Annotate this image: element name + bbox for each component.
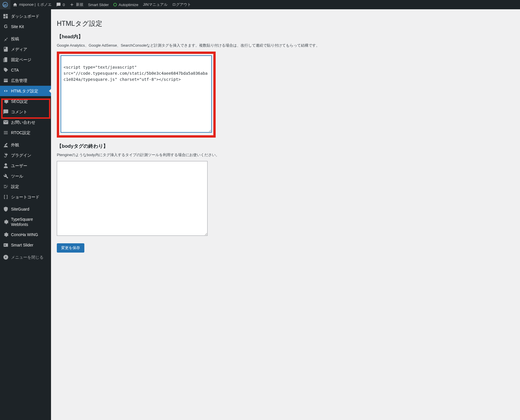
sidebar-item-list[interactable]: RTOC設定 bbox=[0, 127, 51, 138]
sidebar-item-brush[interactable]: 外観 bbox=[0, 140, 51, 150]
sidebar-item-label: 投稿 bbox=[11, 36, 49, 41]
body-textarea[interactable] bbox=[57, 161, 208, 236]
user-icon bbox=[3, 163, 9, 169]
plug-icon bbox=[3, 152, 9, 158]
sidebar-item-shield[interactable]: SiteGuard bbox=[0, 204, 51, 214]
list-icon bbox=[3, 130, 9, 136]
sidebar-item-brackets[interactable]: ショートコード bbox=[0, 192, 51, 202]
home-icon bbox=[13, 2, 17, 7]
sidebar-item-label: HTMLタグ設定 bbox=[11, 88, 49, 94]
sidebar-item-card[interactable]: 広告管理 bbox=[0, 75, 51, 86]
sidebar-item-label: ユーザー bbox=[11, 163, 49, 168]
sidebar-item-gear[interactable]: ConoHa WING bbox=[0, 229, 51, 240]
sidebar-item-label: CTA bbox=[11, 67, 49, 73]
dashboard-icon bbox=[3, 13, 9, 19]
gear-icon bbox=[3, 232, 9, 238]
sidebar-item-pages[interactable]: 固定ページ bbox=[0, 54, 51, 65]
sidebar-item-label: RTOC設定 bbox=[11, 130, 49, 135]
site-name: miponoe | ミポノエ bbox=[19, 2, 52, 7]
comment-icon bbox=[3, 109, 9, 115]
sidebar-item-label: ダッシュボード bbox=[11, 14, 49, 19]
shield-icon bbox=[3, 206, 9, 212]
adminbar-logout[interactable]: ログアウト bbox=[170, 0, 193, 9]
sidebar-item-gear[interactable]: SEO設定 bbox=[0, 96, 51, 107]
brackets-icon bbox=[3, 194, 9, 200]
brush-icon bbox=[3, 142, 9, 148]
media-icon bbox=[3, 46, 9, 52]
body-section-desc: Ptengineのようなbody内にタグ挿入するタイプの計測ツールを利用する場合… bbox=[57, 152, 514, 158]
sidebar-item-label: Smart Slider bbox=[11, 242, 49, 248]
adminbar-autoptimize[interactable]: Autoptimize bbox=[111, 0, 141, 9]
pin-icon bbox=[3, 36, 9, 42]
sidebar-item-label: メニューを閉じる bbox=[11, 255, 49, 258]
code-icon bbox=[3, 88, 9, 94]
sidebar-item-smartslider[interactable]: Smart Slider bbox=[0, 240, 51, 250]
sidebar-item-g[interactable]: GSite Kit bbox=[0, 21, 51, 32]
sidebar-item-label: ツール bbox=[11, 174, 49, 179]
sidebar-item-label: ショートコード bbox=[11, 194, 49, 200]
sidebar-item-plug[interactable]: プラグイン bbox=[0, 150, 51, 160]
g-icon: G bbox=[3, 24, 9, 30]
sidebar-item-pin[interactable]: 投稿 bbox=[0, 34, 51, 44]
sidebar-item-wrench[interactable]: ツール bbox=[0, 171, 51, 181]
sidebar-item-label: お問い合わせ bbox=[11, 120, 49, 125]
sidebar-item-comment[interactable]: コメント bbox=[0, 107, 51, 117]
sliders-icon bbox=[3, 184, 9, 189]
sidebar-item-collapse[interactable]: メニューを閉じる bbox=[0, 252, 51, 258]
sidebar-item-label: TypeSquare Webfonts bbox=[11, 217, 49, 227]
smartslider-icon bbox=[3, 242, 9, 248]
wrench-icon bbox=[3, 173, 9, 179]
sidebar-item-label: 固定ページ bbox=[11, 57, 49, 62]
head-section-desc: Google Analytics、Google AdSense、SearchCo… bbox=[57, 43, 514, 48]
admin-sidebar: ダッシュボードGSite Kit投稿メディア固定ページCTA広告管理HTMLタグ… bbox=[0, 9, 51, 258]
sidebar-item-tag[interactable]: CTA bbox=[0, 65, 51, 75]
new-content-link[interactable]: 新規 bbox=[67, 0, 86, 9]
head-textarea[interactable] bbox=[61, 56, 212, 132]
head-section-title: 【head内】 bbox=[57, 33, 514, 40]
sidebar-item-label: メディア bbox=[11, 47, 49, 52]
sidebar-item-label: Site Kit bbox=[11, 24, 49, 29]
wp-logo[interactable] bbox=[0, 0, 10, 9]
content-area: HTMLタグ設定 【head内】 Google Analytics、Google… bbox=[51, 9, 520, 258]
highlight-head-textarea bbox=[57, 52, 216, 138]
admin-bar: miponoe | ミポノエ 0 新規 Smart Slider Autopti… bbox=[0, 0, 520, 9]
gear-icon bbox=[3, 219, 9, 225]
sidebar-item-label: 外観 bbox=[11, 142, 49, 147]
tag-icon bbox=[3, 67, 9, 73]
plus-icon bbox=[70, 2, 74, 7]
sidebar-item-label: SiteGuard bbox=[11, 207, 49, 212]
sidebar-item-dashboard[interactable]: ダッシュボード bbox=[0, 11, 51, 21]
card-icon bbox=[3, 78, 9, 83]
sidebar-item-mail[interactable]: お問い合わせ bbox=[0, 117, 51, 127]
pages-icon bbox=[3, 57, 9, 63]
sidebar-item-label: プラグイン bbox=[11, 153, 49, 158]
comment-count: 0 bbox=[63, 3, 65, 7]
sidebar-item-label: 広告管理 bbox=[11, 78, 49, 83]
sidebar-item-label: SEO設定 bbox=[11, 99, 49, 104]
save-button[interactable]: 変更を保存 bbox=[57, 243, 84, 253]
sidebar-item-label: コメント bbox=[11, 109, 49, 114]
sidebar-item-user[interactable]: ユーザー bbox=[0, 160, 51, 171]
comments-link[interactable]: 0 bbox=[54, 0, 67, 9]
mail-icon bbox=[3, 119, 9, 125]
sidebar-item-media[interactable]: メディア bbox=[0, 44, 51, 54]
new-label: 新規 bbox=[76, 2, 83, 7]
gear-icon bbox=[3, 98, 9, 104]
sidebar-item-label: 設定 bbox=[11, 184, 49, 189]
sidebar-item-code[interactable]: HTMLタグ設定 bbox=[0, 86, 51, 96]
autoptimize-icon bbox=[113, 3, 117, 6]
sidebar-item-label: ConoHa WING bbox=[11, 232, 49, 237]
collapse-icon bbox=[3, 254, 9, 258]
adminbar-jin-manual[interactable]: JINマニュアル bbox=[141, 0, 170, 9]
sidebar-item-sliders[interactable]: 設定 bbox=[0, 181, 51, 192]
site-name-link[interactable]: miponoe | ミポノエ bbox=[10, 0, 54, 9]
sidebar-item-gear[interactable]: TypeSquare Webfonts bbox=[0, 214, 51, 229]
comment-icon bbox=[56, 2, 61, 7]
adminbar-smart-slider[interactable]: Smart Slider bbox=[86, 0, 111, 9]
body-section-title: 【bodyタグの終わり】 bbox=[57, 143, 514, 149]
page-title: HTMLタグ設定 bbox=[57, 19, 514, 28]
